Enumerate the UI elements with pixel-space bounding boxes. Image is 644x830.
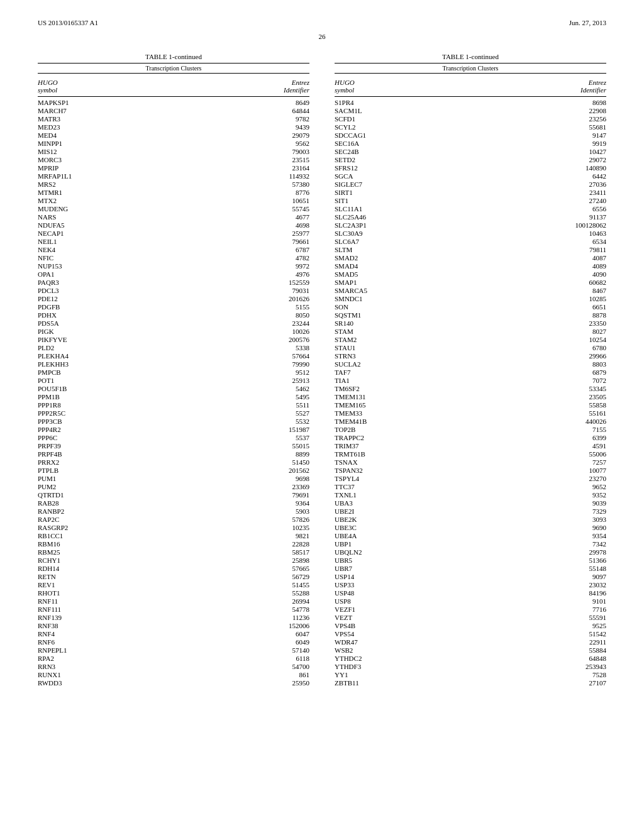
entrez-cell: 9439 <box>201 123 309 131</box>
right-table-section: TABLE 1-continued Transcription Clusters… <box>335 53 606 687</box>
table-row: YY17528 <box>335 670 606 678</box>
table-row: STAM210254 <box>335 335 606 343</box>
entrez-cell: 6049 <box>201 638 309 646</box>
table-row: PDS5A23244 <box>38 319 309 327</box>
left-entrez-header: EntrezIdentifier <box>201 79 309 94</box>
entrez-cell: 79811 <box>497 246 606 253</box>
right-table-rows: S1PR48698SACM1L22908SCFD123256SCYL255681… <box>335 98 606 687</box>
entrez-cell: 201562 <box>201 467 309 474</box>
hugo-cell: RB1CC1 <box>38 532 187 540</box>
entrez-cell: 29966 <box>497 352 606 360</box>
entrez-cell: 7716 <box>497 606 606 613</box>
table-row: RNF13911236 <box>38 613 309 621</box>
hugo-cell: MIS12 <box>38 148 187 155</box>
entrez-cell: 23256 <box>497 115 606 123</box>
table-row: RB1CC19821 <box>38 531 309 540</box>
table-row: PUM19698 <box>38 474 309 482</box>
table-row: UBP17342 <box>335 540 606 548</box>
entrez-cell: 57140 <box>201 646 309 654</box>
hugo-cell: TMEM41B <box>335 418 484 425</box>
entrez-cell: 79661 <box>201 238 309 245</box>
right-table-subtitle: Transcription Clusters <box>335 63 606 74</box>
table-row: STAU16780 <box>335 343 606 351</box>
hugo-cell: RETN <box>38 573 187 580</box>
table-row: SEC24B10427 <box>335 147 606 155</box>
table-row: VEZT55591 <box>335 613 606 621</box>
hugo-cell: MTMR1 <box>38 189 187 196</box>
hugo-cell: RDH14 <box>38 565 187 572</box>
entrez-cell: 9562 <box>201 140 309 147</box>
hugo-cell: PLEKHA4 <box>38 352 187 360</box>
entrez-cell: 6047 <box>201 630 309 638</box>
hugo-cell: YY1 <box>335 671 484 678</box>
hugo-cell: PIKFYVE <box>38 336 187 343</box>
hugo-cell: VPS4B <box>335 622 484 629</box>
table-row: UBE3C9690 <box>335 523 606 531</box>
entrez-cell: 55148 <box>497 565 606 572</box>
table-row: VPS4B9525 <box>335 621 606 629</box>
hugo-cell: RPA2 <box>38 655 187 662</box>
entrez-cell: 6534 <box>497 238 606 245</box>
entrez-cell: 79990 <box>201 360 309 368</box>
hugo-cell: PPP1R8 <box>38 401 187 409</box>
entrez-cell: 5511 <box>201 401 309 409</box>
table-row: SCYL255681 <box>335 123 606 131</box>
hugo-cell: STAM <box>335 328 484 335</box>
entrez-cell: 8776 <box>201 189 309 196</box>
table-row: RPA26118 <box>38 654 309 662</box>
table-row: PIGK10026 <box>38 327 309 335</box>
entrez-cell: 4087 <box>497 254 606 262</box>
entrez-cell: 5527 <box>201 409 309 417</box>
entrez-cell: 7528 <box>497 671 606 678</box>
hugo-cell: ZBTB11 <box>335 679 484 687</box>
hugo-cell: MARCH7 <box>38 107 187 114</box>
table-row: TIA17072 <box>335 376 606 384</box>
table-row: YTHDF3253943 <box>335 662 606 670</box>
table-row: SLC11A16556 <box>335 204 606 213</box>
table-row: RETN56729 <box>38 572 309 580</box>
hugo-cell: USP48 <box>335 589 484 597</box>
table-row: SMAD54090 <box>335 270 606 278</box>
hugo-cell: SUCLA2 <box>335 360 484 368</box>
table-row: SMAP160682 <box>335 278 606 286</box>
entrez-cell: 9512 <box>201 368 309 376</box>
hugo-cell: UBE2I <box>335 507 484 515</box>
hugo-cell: TTC37 <box>335 483 484 490</box>
hugo-cell: TSPYL4 <box>335 475 484 482</box>
hugo-cell: MED23 <box>38 123 187 131</box>
entrez-cell: 51366 <box>497 556 606 564</box>
hugo-cell: UBR5 <box>335 556 484 564</box>
table-row: USP4884196 <box>335 589 606 597</box>
hugo-cell: PRPF4B <box>38 450 187 458</box>
entrez-cell: 10285 <box>497 295 606 302</box>
entrez-cell: 55288 <box>201 589 309 597</box>
entrez-cell: 53345 <box>497 385 606 392</box>
entrez-cell: 29978 <box>497 548 606 556</box>
page-header: US 2013/0165337 A1 Jun. 27, 2013 <box>38 19 606 26</box>
table-row: RBM2558517 <box>38 548 309 556</box>
hugo-cell: TMEM165 <box>335 401 484 409</box>
table-row: YTHDC264848 <box>335 654 606 662</box>
entrez-cell: 7257 <box>497 458 606 466</box>
entrez-cell: 6879 <box>497 368 606 376</box>
table-row: PMPCB9512 <box>38 368 309 376</box>
table-row: UBE2I7329 <box>335 507 606 515</box>
table-row: NDUFA54698 <box>38 221 309 229</box>
entrez-cell: 22911 <box>497 638 606 646</box>
table-row: MPRIP23164 <box>38 163 309 172</box>
entrez-cell: 9690 <box>497 524 606 531</box>
entrez-cell: 79003 <box>201 148 309 155</box>
entrez-cell: 151987 <box>201 426 309 433</box>
hugo-cell: TMEM33 <box>335 409 484 417</box>
table-row: SFRS12140890 <box>335 163 606 172</box>
entrez-cell: 253943 <box>497 663 606 670</box>
left-hugo-header: HUGOsymbol <box>38 79 187 94</box>
hugo-cell: UBE2K <box>335 516 484 523</box>
table-row: STRN329966 <box>335 351 606 360</box>
entrez-cell: 55006 <box>497 450 606 458</box>
hugo-cell: SLC11A1 <box>335 205 484 213</box>
table-row: PAQR3152559 <box>38 278 309 286</box>
hugo-cell: NARS <box>38 213 187 221</box>
entrez-cell: 60682 <box>497 279 606 286</box>
entrez-cell: 8050 <box>201 311 309 319</box>
